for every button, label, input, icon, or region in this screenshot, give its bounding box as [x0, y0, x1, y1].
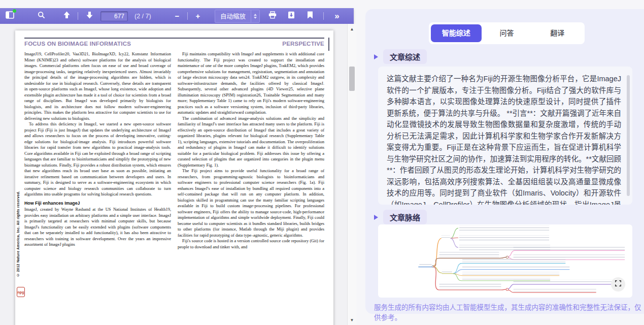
article-summary-section-header: 文章综述 [374, 49, 427, 64]
zoom-select-label: 自动缩放 [215, 11, 251, 21]
paragraph: ImageJ, created by Wayne Rasband at the … [24, 207, 171, 248]
toolbar-separator [78, 12, 78, 20]
scroll-down-button[interactable]: ▼ [348, 316, 356, 324]
scroll-thumb[interactable] [349, 67, 355, 91]
sidebar-toggle-icon [6, 11, 14, 21]
next-page-button[interactable] [84, 10, 95, 22]
tab-qa[interactable]: 问答 [482, 24, 532, 42]
tab-bar: 智能综述 问答 翻译 [429, 22, 585, 44]
npg-logo: npg [17, 287, 25, 297]
download-icon [288, 11, 295, 21]
paragraph: To address this deficiency in ImageJ, we… [24, 121, 171, 198]
pdf-page: FOCUS ON BIOIMAGE INFORMATICS PERSPECTIV… [15, 30, 333, 325]
tab-smart-summary[interactable]: 智能综述 [431, 24, 482, 42]
previous-page-button[interactable] [61, 10, 72, 22]
bookmark-button[interactable] [304, 10, 316, 22]
ai-assistant-panel: 智能综述 问答 翻译 文章综述 这篇文献主要介绍了一种名为Fiji的开源生物图像… [365, 9, 644, 314]
pdf-toolbar: (2 / 7) − + 自动缩放 [0, 8, 354, 24]
search-icon [38, 11, 45, 21]
collapse-arrow-icon[interactable] [374, 54, 378, 59]
toolbar-separator [323, 12, 324, 20]
zoom-select[interactable]: 自动缩放 [215, 10, 260, 23]
paragraph: Fiji maintains compatibility with ImageJ… [178, 51, 324, 116]
copyright-sidebar-text: © 2012 Nature America, Inc. All rights r… [16, 150, 20, 277]
article-summary-label: 文章综述 [383, 49, 427, 64]
page-count-label: (2 / 7) [134, 13, 151, 20]
pdf-right-column: Fiji maintains compatibility with ImageJ… [178, 51, 324, 250]
pdf-viewer: (2 / 7) − + 自动缩放 [0, 0, 356, 325]
article-outline-label: 文章脉络 [383, 210, 427, 224]
section-heading: How Fiji enhances ImageJ [24, 201, 171, 207]
paragraph: The combination of advanced image-analys… [178, 116, 324, 169]
app: (2 / 7) − + 自动缩放 [0, 0, 644, 325]
mindmap-image [378, 224, 632, 298]
pdf-scrollbar[interactable]: ▲ ▼ [347, 24, 356, 325]
zoom-out-button[interactable]: − [172, 10, 183, 22]
fullscreen-icon [615, 280, 622, 289]
bookmark-icon [307, 11, 313, 21]
summary-scroll-thumb[interactable] [627, 75, 630, 196]
minus-icon: − [175, 12, 180, 20]
expand-mindmap-button[interactable] [611, 277, 625, 291]
page-number-input[interactable] [100, 11, 128, 21]
perspective-header-label: PERSPECTIVE [282, 41, 324, 47]
plus-icon: + [196, 12, 200, 20]
print-button[interactable] [267, 10, 278, 22]
collapse-arrow-icon[interactable] [374, 215, 378, 220]
tab-translate[interactable]: 翻译 [532, 24, 583, 42]
running-head: FOCUS ON BIOIMAGE INFORMATICS PERSPECTIV… [24, 38, 324, 47]
scroll-up-button[interactable]: ▲ [348, 25, 356, 33]
paragraph: ImageJ19, CellProfiler20, Vaa3D21, BioIm… [24, 51, 171, 121]
download-button[interactable] [286, 10, 297, 22]
pdf-left-column: ImageJ19, CellProfiler20, Vaa3D21, BioIm… [24, 51, 171, 250]
double-chevron-icon: » [334, 12, 339, 20]
pdf-canvas-area: FOCUS ON BIOIMAGE INFORMATICS PERSPECTIV… [0, 24, 347, 325]
ai-disclaimer: 服务生成的所有内容均由人工智能模型生成，其生成内容的准确性和完整性无法保证，仅供… [374, 302, 644, 322]
zoom-in-button[interactable]: + [192, 10, 204, 22]
arrow-down-icon [86, 11, 93, 21]
toolbar-separator [187, 12, 188, 20]
status-dot-icon [13, 9, 16, 13]
paragraph: The Fiji project aims to provide useful … [178, 168, 324, 238]
secondary-toolbar-toggle-button[interactable]: » [331, 10, 343, 22]
printer-icon [268, 11, 277, 21]
article-outline-section-header: 文章脉络 [374, 210, 427, 224]
sidebar-toggle-button[interactable] [4, 10, 15, 22]
focus-header-label: FOCUS ON BIOIMAGE INFORMATICS [24, 41, 131, 47]
spinner-icon [251, 10, 259, 22]
arrow-up-icon [63, 11, 70, 21]
mindmap-card [378, 224, 632, 298]
paragraph: Fiji's source code is hosted in a versio… [178, 238, 324, 250]
summary-text: 这篇文献主要介绍了一种名为Fiji的开源生物图像分析平台，它是ImageJ软件的… [387, 73, 621, 205]
summary-card: 这篇文献主要介绍了一种名为Fiji的开源生物图像分析平台，它是ImageJ软件的… [378, 67, 632, 205]
search-button[interactable] [36, 10, 47, 22]
